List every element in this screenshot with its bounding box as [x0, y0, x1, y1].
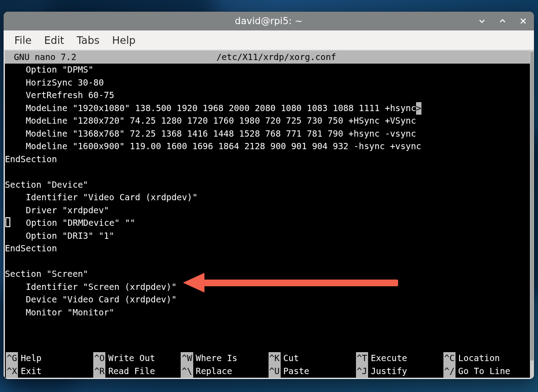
terminal-window: david@rpi5: ~ File Edit Tabs Help GNU na… [4, 12, 534, 379]
close-button[interactable] [517, 15, 529, 27]
shortcut-execute: ^TExecute [355, 352, 443, 365]
shortcut-label: Paste [283, 365, 309, 378]
shortcut-label: Cut [283, 352, 299, 365]
shortcut-replace: ^\Replace [180, 365, 267, 378]
shortcut-key: ^U [269, 365, 281, 378]
window-controls [476, 12, 529, 30]
nano-app-name: GNU nano 7.2 [5, 51, 76, 64]
window-title: david@rpi5: ~ [235, 16, 303, 26]
terminal[interactable]: GNU nano 7.2 /etc/X11/xrdp/xorg.conf Opt… [4, 51, 530, 378]
shortcut-key: ^C [443, 352, 456, 365]
shortcut-key: ^T [356, 352, 368, 365]
editor-line: ModeLine "1920x1080" 138.500 1920 1968 2… [5, 102, 530, 115]
editor-line: Option "DRI3" "1" [5, 230, 530, 243]
shortcut-label: Help [21, 352, 41, 365]
shortcut-key: ^J [356, 365, 368, 378]
editor-line: Option "DPMS" [5, 64, 530, 77]
editor-line: Section "Screen" [5, 268, 530, 281]
editor-line: Modeline "1600x900" 119.00 1600 1696 186… [5, 140, 530, 153]
shortcut-label: Replace [196, 365, 232, 378]
shortcut-label: Where Is [196, 352, 238, 365]
shortcut-label: Justify [371, 365, 407, 378]
shortcut-key: ^/ [443, 365, 456, 378]
scrollbar-thumb[interactable] [530, 52, 534, 361]
shortcut-label: Write Out [108, 352, 155, 365]
editor-line: Modeline "1368x768" 72.25 1368 1416 1448… [5, 128, 530, 141]
shortcut-where-is: ^WWhere Is [180, 352, 267, 365]
shortcut-paste: ^UPaste [268, 365, 355, 378]
editor-line: Identifier "Video Card (xrdpdev)" [5, 191, 530, 204]
nano-filepath: /etc/X11/xrdp/xorg.conf [76, 51, 530, 64]
titlebar[interactable]: david@rpi5: ~ [4, 12, 534, 30]
nano-titlebar: GNU nano 7.2 /etc/X11/xrdp/xorg.conf [5, 51, 530, 64]
menu-tabs[interactable]: Tabs [72, 33, 104, 48]
shortcut-label: Location [458, 352, 500, 365]
shortcut-justify: ^JJustify [355, 365, 443, 378]
terminal-container: GNU nano 7.2 /etc/X11/xrdp/xorg.conf Opt… [4, 50, 534, 379]
shortcut-location: ^CLocation [443, 352, 530, 365]
editor-line: Monitor "Monitor" [5, 306, 530, 319]
shortcut-cut: ^KCut [268, 352, 355, 365]
editor-content[interactable]: Option "DPMS" HorizSync 30-80 VertRefres… [5, 64, 530, 319]
minimize-button[interactable] [476, 15, 488, 27]
editor-line: Device "Video Card (xrdpdev)" [5, 293, 530, 306]
shortcut-key: ^X [6, 365, 18, 378]
shortcut-label: Read File [108, 365, 155, 378]
editor-line [5, 255, 530, 268]
menubar: File Edit Tabs Help [4, 30, 534, 50]
menu-help[interactable]: Help [108, 33, 140, 48]
line-overflow-icon: > [416, 102, 421, 115]
editor-line: VertRefresh 60-75 [5, 89, 530, 102]
shortcut-read-file: ^RRead File [92, 365, 180, 378]
menu-file[interactable]: File [10, 33, 36, 48]
editor-line [5, 166, 530, 179]
editor-line: EndSection [5, 153, 530, 166]
editor-line: Option "DRMDevice" "" [5, 217, 530, 230]
editor-line: HorizSync 30-80 [5, 77, 530, 90]
editor-line: ModeLine "1280x720" 74.25 1280 1720 1760… [5, 115, 530, 128]
editor-line: EndSection [5, 242, 530, 255]
shortcut-label: Exit [21, 365, 41, 378]
editor-line: Identifier "Screen (xrdpdev)" [5, 281, 530, 294]
menu-edit[interactable]: Edit [40, 33, 69, 48]
shortcut-write-out: ^OWrite Out [92, 352, 180, 365]
maximize-button[interactable] [496, 15, 509, 27]
shortcut-key: ^G [6, 352, 18, 365]
shortcut-exit: ^XExit [5, 365, 92, 378]
shortcut-key: ^R [93, 365, 105, 378]
cursor [5, 217, 10, 227]
scrollbar[interactable] [530, 51, 534, 379]
shortcut-key: ^W [181, 352, 193, 365]
shortcut-key: ^K [269, 352, 281, 365]
shortcut-label: Go To Line [458, 365, 510, 378]
shortcut-key: ^O [93, 352, 105, 365]
shortcut-label: Execute [371, 352, 407, 365]
shortcut-key: ^\ [181, 365, 193, 378]
editor-line: Driver "xrdpdev" [5, 204, 530, 217]
nano-shortcut-bar: ^GHelp^OWrite Out^WWhere Is^KCut^TExecut… [5, 352, 530, 378]
shortcut-go-to-line: ^/Go To Line [443, 365, 530, 378]
shortcut-help: ^GHelp [5, 352, 92, 365]
editor-line: Section "Device" [5, 179, 530, 192]
